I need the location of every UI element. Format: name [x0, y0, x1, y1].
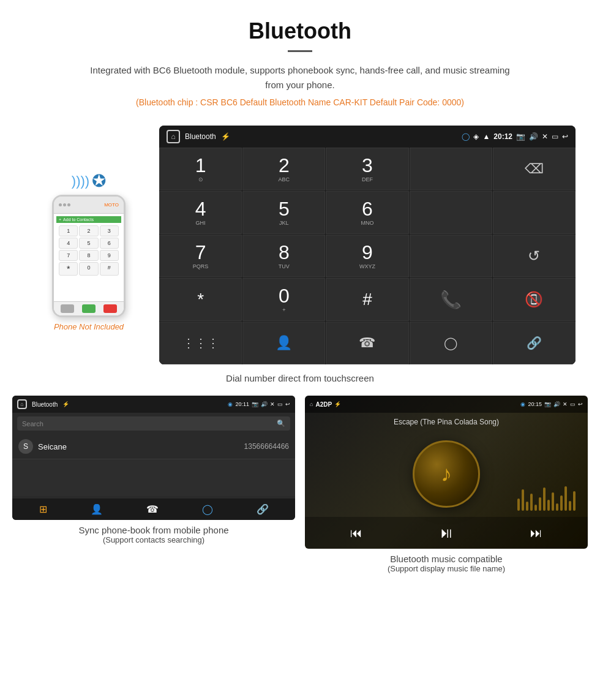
dialer-key-4[interactable]: 4GHI: [159, 191, 242, 234]
pb-phone-icon[interactable]: ☎: [146, 503, 159, 515]
eq-bar-12: [564, 486, 567, 511]
screen-icon: ▭: [552, 132, 558, 141]
dialer-grid-icon[interactable]: ⋮⋮⋮: [159, 322, 242, 364]
phone-key-6[interactable]: 6: [100, 238, 119, 249]
phone-key-5[interactable]: 5: [79, 238, 98, 249]
phone-key-1[interactable]: 1: [59, 225, 78, 236]
phone-top-bar: MOTO: [54, 197, 124, 214]
top-section: )))) ✪ MOTO + Add to Contacts: [12, 126, 588, 364]
bottom-section: ⌂ Bluetooth ⚡ ◉ 20:11 📷 🔊 ✕ ▭ ↩: [12, 396, 588, 573]
home-icon: ⌂: [167, 130, 180, 143]
pb-bottom-bar: ⊞ 👤 ☎ ◯ 🔗: [12, 499, 295, 520]
eq-bar-7: [543, 487, 546, 511]
phone-mockup-wrapper: )))) ✪ MOTO + Add to Contacts: [24, 159, 153, 331]
eq-bar-2: [522, 489, 524, 511]
music-status-title: A2DP: [315, 401, 332, 408]
dialer-key-9[interactable]: 9WXYZ: [326, 235, 408, 277]
dialer-status-bar: ⌂ Bluetooth ⚡ ◯ ◈ ▲ 20:12 📷 🔊 ✕ ▭ ↩: [159, 126, 576, 148]
dialer-title: Bluetooth: [185, 132, 216, 141]
dialer-call-button[interactable]: 📞: [410, 278, 492, 321]
phone-brand: MOTO: [104, 202, 119, 208]
phonebook-screenshot: ⌂ Bluetooth ⚡ ◉ 20:11 📷 🔊 ✕ ▭ ↩: [12, 396, 295, 520]
pb-contact-number: 13566664466: [244, 442, 289, 451]
eq-bar-5: [534, 505, 537, 511]
page-header: Bluetooth Integrated with BC6 Bluetooth …: [0, 0, 600, 126]
signal-status-icon: ▲: [482, 132, 490, 141]
dialer-key-star[interactable]: *: [159, 278, 242, 321]
phone-key-9[interactable]: 9: [100, 250, 119, 261]
back-arrow-icon: ↩: [562, 132, 568, 141]
music-status-left: ⌂ A2DP ⚡: [310, 401, 341, 408]
pb-link-icon[interactable]: 🔗: [257, 503, 269, 515]
music-back-icon: ↩: [578, 401, 583, 407]
pb-grid-icon[interactable]: ⊞: [39, 503, 47, 515]
phone-key-star[interactable]: *: [59, 262, 78, 276]
pb-contact-row: S Seicane 13566664466: [12, 434, 295, 459]
header-divider: [288, 50, 312, 52]
music-next-icon[interactable]: ⏭: [530, 526, 542, 540]
album-art: ♪: [413, 440, 480, 508]
pb-status-title: Bluetooth: [32, 401, 58, 408]
dialer-key-0[interactable]: 0+: [242, 278, 325, 321]
phone-back-btn[interactable]: [61, 304, 74, 313]
dialer-body: 1⊙ 2ABC 3DEF ⌫ 4GHI 5JKL: [159, 148, 576, 364]
music-status-right: ◉ 20:15 📷 🔊 ✕ ▭ ↩: [520, 401, 583, 407]
pb-home-icon: ⌂: [17, 399, 27, 409]
pb-close-icon: ✕: [270, 401, 275, 407]
phone-key-7[interactable]: 7: [59, 250, 78, 261]
pb-bt-bottom-icon[interactable]: ◯: [202, 503, 213, 515]
dialer-key-3[interactable]: 3DEF: [326, 148, 408, 190]
music-bt-icon: ◉: [520, 401, 525, 407]
bluetooth-wave-icon: )))): [72, 173, 89, 189]
music-playpause-icon[interactable]: ⏯: [439, 524, 454, 541]
dialer-key-5[interactable]: 5JKL: [242, 191, 325, 234]
dot: [63, 203, 66, 206]
phone-key-8[interactable]: 8: [79, 250, 98, 261]
dialer-empty-2: [410, 191, 492, 234]
dialer-phone-icon[interactable]: ☎: [326, 322, 408, 364]
music-time: 20:15: [528, 401, 542, 407]
dialer-empty-1: [410, 148, 492, 190]
pb-usb-icon: ⚡: [62, 401, 69, 407]
music-close-icon: ✕: [563, 401, 568, 407]
page-title: Bluetooth: [12, 18, 588, 44]
pb-search-bar[interactable]: Search 🔍: [17, 416, 290, 431]
header-specs: (Bluetooth chip : CSR BC6 Default Blueto…: [12, 97, 588, 107]
phone-key-0[interactable]: 0: [79, 262, 98, 276]
dialer-key-8[interactable]: 8TUV: [242, 235, 325, 277]
dialer-key-hash[interactable]: #: [326, 278, 408, 321]
dialer-key-6[interactable]: 6MNO: [326, 191, 408, 234]
dialer-backspace[interactable]: ⌫: [493, 148, 576, 190]
music-prev-icon[interactable]: ⏮: [350, 526, 362, 540]
dialer-bluetooth-icon[interactable]: ◯: [410, 322, 492, 364]
equalizer: [517, 486, 576, 511]
dialer-key-1[interactable]: 1⊙: [159, 148, 242, 190]
phonebook-caption-main: Sync phone-book from mobile phone: [78, 525, 228, 535]
dialer-key-7[interactable]: 7PQRS: [159, 235, 242, 277]
music-usb-icon: ⚡: [334, 401, 341, 407]
eq-bar-8: [547, 500, 550, 511]
dialer-key-2[interactable]: 2ABC: [242, 148, 325, 190]
phone-key-2[interactable]: 2: [79, 225, 98, 236]
dialer-status-left: ⌂ Bluetooth ⚡: [167, 130, 230, 143]
eq-bar-9: [552, 492, 554, 511]
dialer-empty-3: [493, 191, 576, 234]
camera-icon: 📷: [516, 132, 525, 141]
dialer-redial[interactable]: ↺: [493, 235, 576, 277]
eq-bar-11: [560, 495, 563, 511]
dialer-end-button[interactable]: 📵: [493, 278, 576, 321]
phone-key-hash[interactable]: #: [100, 262, 119, 276]
pb-contact-name: Seicane: [38, 442, 67, 451]
phone-end-btn[interactable]: [103, 304, 117, 313]
phone-key-4[interactable]: 4: [59, 238, 78, 249]
music-caption-main: Bluetooth music compatible: [390, 554, 502, 564]
phone-call-btn[interactable]: [82, 304, 96, 313]
pb-contact-avatar: S: [18, 439, 33, 454]
pb-search-placeholder: Search: [22, 420, 43, 427]
phone-key-3[interactable]: 3: [100, 225, 119, 236]
pb-person-icon[interactable]: 👤: [91, 503, 103, 515]
dialer-person-icon[interactable]: 👤: [242, 322, 325, 364]
location-status-icon: ◈: [473, 132, 479, 141]
phone-dots: [59, 203, 70, 206]
dialer-link-icon[interactable]: 🔗: [493, 322, 576, 364]
